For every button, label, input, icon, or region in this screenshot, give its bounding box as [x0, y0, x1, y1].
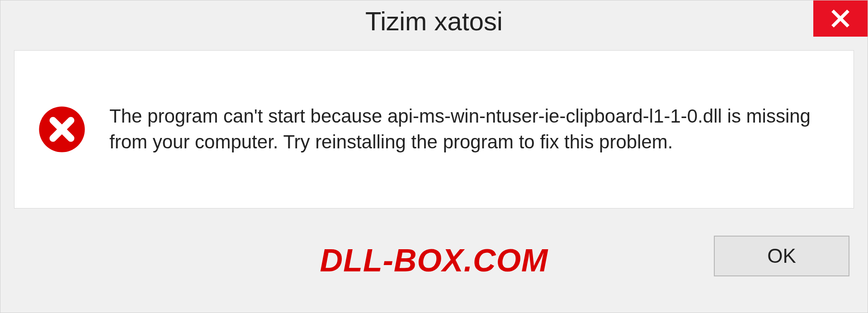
watermark-text: DLL-BOX.COM: [320, 242, 548, 279]
close-button[interactable]: [813, 0, 868, 37]
dialog-title: Tizim xatosi: [365, 6, 503, 36]
close-icon: [830, 9, 850, 28]
content-panel: The program can't start because api-ms-w…: [14, 50, 854, 209]
error-icon: [37, 104, 87, 154]
ok-button-label: OK: [767, 245, 796, 267]
dialog-footer: DLL-BOX.COM OK: [0, 209, 868, 299]
titlebar: Tizim xatosi: [0, 0, 868, 41]
error-message: The program can't start because api-ms-w…: [109, 104, 831, 155]
ok-button[interactable]: OK: [714, 236, 849, 276]
